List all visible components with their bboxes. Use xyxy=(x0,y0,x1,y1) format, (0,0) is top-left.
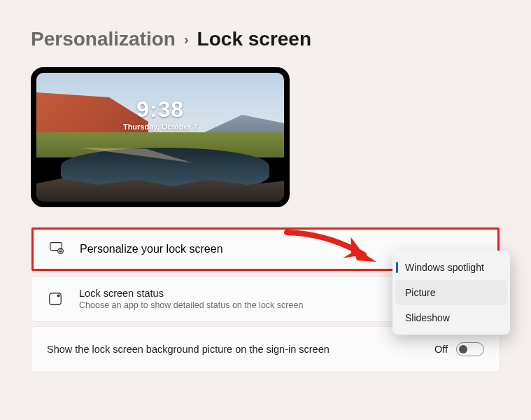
menu-option-picture[interactable]: Picture xyxy=(395,280,507,305)
preview-date: Thursday, October 7 xyxy=(36,122,284,131)
lock-screen-preview: 9:38 Thursday, October 7 xyxy=(31,67,290,207)
monitor-lock-icon xyxy=(49,240,64,258)
chevron-right-icon: › xyxy=(184,31,189,48)
toggle-state-label: Off xyxy=(434,344,448,355)
app-status-icon xyxy=(47,290,64,307)
preview-time: 9:38 xyxy=(36,97,284,122)
breadcrumb-parent[interactable]: Personalization xyxy=(31,28,176,50)
menu-option-slideshow[interactable]: Slideshow xyxy=(395,305,507,330)
personalize-label: Personalize your lock screen xyxy=(80,243,223,255)
breadcrumb-current: Lock screen xyxy=(197,28,311,50)
breadcrumb: Personalization › Lock screen xyxy=(31,28,500,50)
svg-point-4 xyxy=(57,294,60,297)
signin-toggle[interactable] xyxy=(456,342,484,356)
svg-rect-2 xyxy=(59,251,62,253)
preview-clock: 9:38 Thursday, October 7 xyxy=(36,97,284,131)
menu-option-windows-spotlight[interactable]: Windows spotlight xyxy=(395,255,507,280)
signin-label: Show the lock screen background picture … xyxy=(47,344,422,355)
lock-screen-mode-menu[interactable]: Windows spotlight Picture Slideshow xyxy=(392,251,510,335)
